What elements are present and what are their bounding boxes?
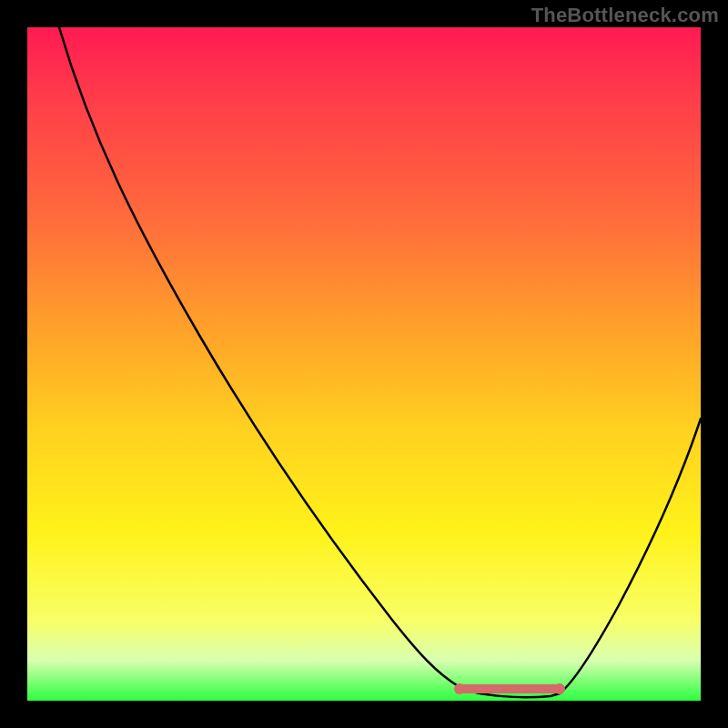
bottleneck-curve (59, 27, 701, 697)
watermark-text: TheBottleneck.com (531, 4, 719, 27)
optimal-range-left-dot (454, 683, 465, 694)
plot-area (27, 27, 701, 701)
chart-frame: TheBottleneck.com (0, 0, 728, 728)
optimal-range-right-dot (554, 683, 565, 694)
curve-svg (27, 27, 701, 701)
